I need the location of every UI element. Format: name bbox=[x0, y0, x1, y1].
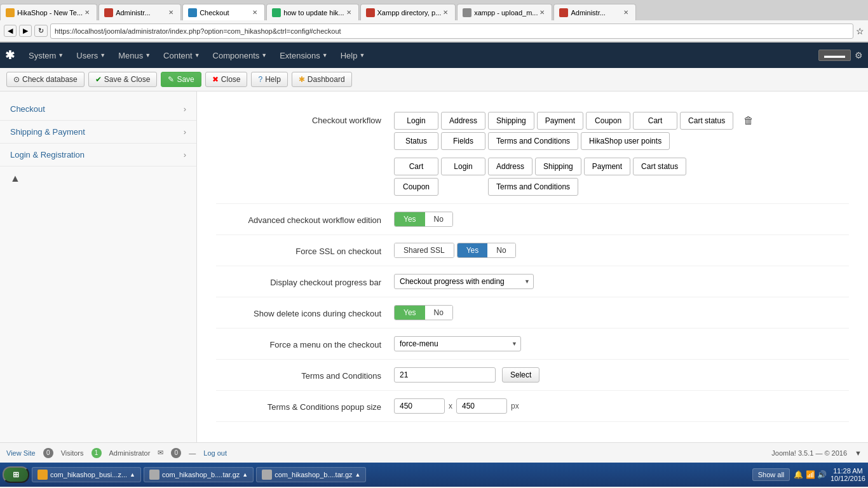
ssl-no-button[interactable]: No bbox=[487, 243, 515, 257]
delete-icons-no-button[interactable]: No bbox=[425, 306, 452, 320]
browser-tab-4[interactable]: how to update hik... ✕ bbox=[266, 4, 358, 20]
advanced-no-button[interactable]: No bbox=[425, 212, 452, 226]
help-button[interactable]: ? Help bbox=[251, 72, 287, 87]
browser-tab-1[interactable]: HikaShop - New Te... ✕ bbox=[0, 4, 97, 20]
sidebar-item-checkout-label: Checkout bbox=[10, 104, 45, 114]
popup-size-label: Terms & Conditions popup size bbox=[216, 398, 394, 412]
expand-icon[interactable]: ▼ bbox=[855, 449, 862, 457]
workflow-btn-login[interactable]: Login bbox=[394, 112, 438, 130]
toolbar: ⊙ Check database ✔ Save & Close ✎ Save ✖… bbox=[0, 68, 868, 92]
dashboard-button[interactable]: ✱ Dashboard bbox=[292, 72, 352, 87]
tab-close-1[interactable]: ✕ bbox=[83, 8, 92, 17]
terms-control: Select bbox=[394, 367, 849, 383]
tab-favicon-5 bbox=[366, 8, 375, 17]
nav-gear-icon[interactable]: ⚙ bbox=[855, 50, 863, 60]
workflow-btn-fields[interactable]: Fields bbox=[441, 132, 485, 150]
workflow-btn-hikashop-points[interactable]: HikaShop user points bbox=[581, 132, 670, 150]
check-database-button[interactable]: ⊙ Check database bbox=[6, 72, 85, 87]
nav-right: ▬▬▬ ⚙ bbox=[818, 50, 863, 61]
browser-tab-2[interactable]: Administr... ✕ bbox=[98, 4, 181, 20]
browser-tab-7[interactable]: Administr... ✕ bbox=[553, 4, 636, 20]
nav-help[interactable]: Help ▼ bbox=[334, 43, 372, 68]
workflow-btn-payment[interactable]: Payment bbox=[537, 112, 583, 130]
workflow-btn-cart2[interactable]: Cart bbox=[394, 158, 438, 175]
sidebar-item-shipping[interactable]: Shipping & Payment › bbox=[0, 121, 196, 144]
workflow-row-2: Status Fields Terms and Conditions HikaS… bbox=[394, 132, 849, 150]
taskbar-clock: 11:28 AM 10/12/2016 bbox=[831, 467, 865, 482]
close-button[interactable]: ✖ Close bbox=[205, 72, 248, 87]
force-menu-select[interactable]: force-menu bbox=[394, 336, 521, 351]
back-button[interactable]: ◀ bbox=[4, 25, 17, 37]
taskbar-item-1[interactable]: com_hikashop_busi...z... ▲ bbox=[32, 467, 141, 482]
tab-close-6[interactable]: ✕ bbox=[538, 8, 546, 17]
workflow-btn-cart-status[interactable]: Cart status bbox=[680, 112, 733, 130]
address-input[interactable] bbox=[50, 24, 853, 39]
workflow-btn-empty bbox=[689, 162, 740, 171]
upload-icon[interactable]: ▲ bbox=[10, 173, 20, 184]
workflow-btn-coupon[interactable]: Coupon bbox=[586, 112, 630, 130]
nav-content[interactable]: Content ▼ bbox=[157, 43, 206, 68]
nav-system[interactable]: System ▼ bbox=[22, 43, 70, 68]
workflow-btn-address2[interactable]: Address bbox=[488, 158, 532, 175]
close-icon: ✖ bbox=[212, 75, 219, 84]
nav-user-box[interactable]: ▬▬▬ bbox=[818, 50, 851, 61]
sidebar-item-shipping-label: Shipping & Payment bbox=[10, 127, 85, 137]
workflow-btn-address[interactable]: Address bbox=[441, 112, 485, 130]
tab-close-4[interactable]: ✕ bbox=[344, 8, 353, 17]
nav-extensions[interactable]: Extensions ▼ bbox=[273, 43, 334, 68]
reload-button[interactable]: ↻ bbox=[34, 25, 48, 37]
view-site-link[interactable]: View Site bbox=[6, 449, 36, 457]
nav-components[interactable]: Components ▼ bbox=[207, 43, 274, 68]
progress-bar-select[interactable]: Checkout progress with ending bbox=[394, 274, 534, 289]
forward-button[interactable]: ▶ bbox=[19, 25, 32, 37]
progress-bar-row: Display checkout progress bar Checkout p… bbox=[216, 266, 849, 297]
workflow-btn-coupon2[interactable]: Coupon bbox=[394, 178, 438, 196]
sidebar: Checkout › Shipping & Payment › Login & … bbox=[0, 92, 197, 442]
taskbar-item-3[interactable]: com_hikashop_b....tar.gz ▲ bbox=[256, 467, 366, 482]
save-close-button[interactable]: ✔ Save & Close bbox=[88, 72, 158, 87]
delete-icons-yes-button[interactable]: Yes bbox=[395, 306, 425, 320]
workflow-btn-shipping[interactable]: Shipping bbox=[488, 112, 534, 130]
nav-users[interactable]: Users ▼ bbox=[70, 43, 112, 68]
save-button[interactable]: ✎ Save bbox=[161, 72, 201, 87]
workflow-btn-terms2[interactable]: Terms and Conditions bbox=[488, 178, 578, 196]
ssl-shared-button[interactable]: Shared SSL bbox=[395, 243, 454, 257]
browser-tab-6[interactable]: xampp - upload_m... ✕ bbox=[457, 4, 552, 20]
workflow-btn-cart-status2[interactable]: Cart status bbox=[633, 158, 686, 175]
status-bar: View Site 0 Visitors 1 Administrator ✉ 0… bbox=[0, 442, 868, 463]
tab-close-7[interactable]: ✕ bbox=[621, 8, 630, 17]
tab-close-3[interactable]: ✕ bbox=[250, 8, 259, 17]
workflow-btn-shipping2[interactable]: Shipping bbox=[535, 158, 581, 175]
browser-tab-3[interactable]: Checkout ✕ bbox=[182, 4, 265, 20]
tab-favicon-7 bbox=[559, 8, 568, 17]
workflow-btn-terms1[interactable]: Terms and Conditions bbox=[488, 132, 578, 150]
workflow-btn-status[interactable]: Status bbox=[394, 132, 438, 150]
terms-input[interactable] bbox=[394, 367, 496, 383]
start-button[interactable]: ⊞ bbox=[3, 466, 29, 483]
logout-link[interactable]: Log out bbox=[203, 449, 227, 457]
browser-tab-5[interactable]: Xampp directory, p... ✕ bbox=[360, 4, 456, 20]
popup-height-input[interactable] bbox=[456, 398, 507, 414]
sidebar-item-checkout[interactable]: Checkout › bbox=[0, 98, 196, 121]
show-all-button[interactable]: Show all bbox=[752, 468, 790, 481]
taskbar-item-2[interactable]: com_hikashop_b....tar.gz ▲ bbox=[144, 467, 254, 482]
workflow-btn-cart[interactable]: Cart bbox=[633, 112, 677, 130]
bookmark-button[interactable]: ☆ bbox=[856, 26, 864, 36]
save-label: Save bbox=[177, 75, 194, 84]
tab-close-5[interactable]: ✕ bbox=[441, 8, 450, 17]
ssl-yes-button[interactable]: Yes bbox=[458, 243, 488, 257]
tab-close-2[interactable]: ✕ bbox=[166, 8, 175, 17]
popup-width-input[interactable] bbox=[394, 398, 445, 414]
sidebar-item-login[interactable]: Login & Registration › bbox=[0, 144, 196, 166]
notification-icons: 🔔 📶 🔊 bbox=[794, 470, 827, 479]
admin-icon: 1 bbox=[92, 448, 102, 458]
progress-bar-control: Checkout progress with ending bbox=[394, 274, 849, 289]
nav-menus[interactable]: Menus ▼ bbox=[112, 43, 157, 68]
delete-row1-icon[interactable]: 🗑 bbox=[741, 112, 756, 129]
workflow-btn-login2[interactable]: Login bbox=[441, 158, 485, 175]
workflow-btn-payment2[interactable]: Payment bbox=[584, 158, 630, 175]
admin-label: Administrator bbox=[109, 449, 151, 457]
terms-select-button[interactable]: Select bbox=[502, 367, 539, 383]
address-bar: ◀ ▶ ↻ ☆ bbox=[0, 20, 868, 42]
advanced-yes-button[interactable]: Yes bbox=[395, 212, 425, 226]
